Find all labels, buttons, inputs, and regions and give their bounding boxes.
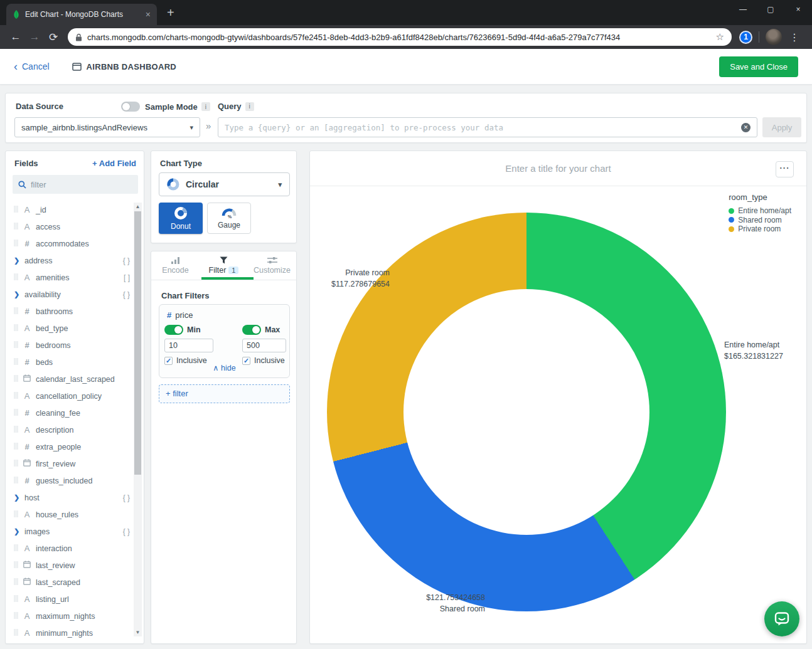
- password-extension-icon[interactable]: 1: [739, 31, 752, 44]
- drag-handle-icon[interactable]: [14, 477, 18, 485]
- field-item-minimum_nights[interactable]: Aminimum_nights: [6, 625, 134, 640]
- browser-tab[interactable]: Edit Chart - MongoDB Charts ×: [6, 4, 157, 25]
- field-item-extra_people[interactable]: #extra_people: [6, 438, 134, 455]
- field-item-maximum_nights[interactable]: Amaximum_nights: [6, 608, 134, 625]
- expand-chevron-icon[interactable]: ❯: [14, 256, 20, 265]
- drag-handle-icon[interactable]: [14, 561, 18, 570]
- field-item-beds[interactable]: #beds: [6, 354, 134, 371]
- field-item-images[interactable]: ❯images{ }: [6, 523, 134, 540]
- field-item-calendar_last_scraped[interactable]: calendar_last_scraped: [6, 371, 134, 388]
- drag-handle-icon[interactable]: [14, 595, 18, 604]
- chart-type-select[interactable]: Circular ▾: [159, 172, 290, 196]
- chart-variant-donut[interactable]: Donut: [159, 203, 203, 234]
- field-item-first_review[interactable]: first_review: [6, 455, 134, 472]
- tab-customize[interactable]: Customize: [248, 251, 296, 280]
- drag-handle-icon[interactable]: [14, 409, 18, 418]
- hide-filter-link[interactable]: ∧ hide: [159, 363, 289, 372]
- forward-icon[interactable]: →: [25, 31, 44, 43]
- scroll-up-icon[interactable]: ▲: [134, 204, 142, 209]
- chart-title-placeholder[interactable]: Enter a title for your chart: [310, 163, 806, 174]
- drag-handle-icon[interactable]: [14, 341, 18, 350]
- close-window-icon[interactable]: ×: [784, 0, 812, 19]
- drag-handle-icon[interactable]: [14, 206, 18, 214]
- min-value-input[interactable]: [164, 339, 213, 352]
- drag-handle-icon[interactable]: [14, 629, 18, 638]
- drag-handle-icon[interactable]: [14, 578, 18, 587]
- scroll-down-icon[interactable]: ▼: [134, 630, 142, 635]
- legend-dot: [729, 226, 734, 232]
- field-name: bed_type: [36, 324, 68, 333]
- cancel-button[interactable]: ‹ Cancel: [14, 61, 50, 71]
- drag-handle-icon[interactable]: [14, 612, 18, 621]
- drag-handle-icon[interactable]: [14, 426, 18, 435]
- drag-handle-icon[interactable]: [14, 240, 18, 248]
- field-item-access[interactable]: Aaccess: [6, 218, 134, 235]
- drag-handle-icon[interactable]: [14, 375, 18, 384]
- browser-menu-icon[interactable]: ⋮: [789, 31, 799, 43]
- drag-handle-icon[interactable]: [14, 324, 18, 333]
- drag-handle-icon[interactable]: [14, 307, 18, 316]
- field-item-cleaning_fee[interactable]: #cleaning_fee: [6, 404, 134, 421]
- field-item-bedrooms[interactable]: #bedrooms: [6, 337, 134, 354]
- field-item-host[interactable]: ❯host{ }: [6, 489, 134, 506]
- save-and-close-button[interactable]: Save and Close: [719, 56, 798, 77]
- field-item-address[interactable]: ❯address{ }: [6, 252, 134, 269]
- apply-button[interactable]: Apply: [762, 117, 801, 137]
- field-item-description[interactable]: Adescription: [6, 421, 134, 438]
- field-item-bathrooms[interactable]: #bathrooms: [6, 303, 134, 320]
- maximize-icon[interactable]: ▢: [757, 0, 784, 19]
- field-item-last_scraped[interactable]: last_scraped: [6, 574, 134, 591]
- address-bar[interactable]: charts.mongodb.com/charts-mongodb-gtywi/…: [68, 28, 732, 46]
- tab-close-icon[interactable]: ×: [146, 10, 151, 19]
- chart-menu-button[interactable]: ···: [776, 161, 794, 177]
- field-item-cancellation_policy[interactable]: Acancellation_policy: [6, 388, 134, 404]
- field-filter-input[interactable]: [31, 180, 112, 189]
- drag-handle-icon[interactable]: [14, 460, 18, 468]
- info-icon[interactable]: i: [245, 102, 254, 111]
- add-filter-button[interactable]: + filter: [159, 384, 290, 403]
- max-toggle[interactable]: [242, 325, 261, 335]
- reload-icon[interactable]: ⟳: [44, 31, 63, 44]
- field-item-bed_type[interactable]: Abed_type: [6, 320, 134, 337]
- data-source-select[interactable]: sample_airbnb.listingsAndReviews ▾: [14, 117, 200, 137]
- clear-query-icon[interactable]: ✕: [741, 123, 751, 132]
- add-field-button[interactable]: + Add Field: [92, 159, 136, 168]
- chat-launcher-button[interactable]: [764, 601, 799, 636]
- drag-handle-icon[interactable]: [14, 392, 18, 401]
- sample-mode-toggle[interactable]: [121, 102, 140, 112]
- drag-handle-icon[interactable]: [14, 544, 18, 553]
- info-icon[interactable]: i: [201, 102, 210, 111]
- bookmark-star-icon[interactable]: ☆: [716, 31, 724, 43]
- fields-scrollbar[interactable]: ▲ ▼: [134, 203, 142, 636]
- drag-handle-icon[interactable]: [14, 223, 18, 231]
- field-item-amenities[interactable]: Aamenities[ ]: [6, 269, 134, 286]
- field-item-guests_included[interactable]: #guests_included: [6, 472, 134, 489]
- field-item-listing_url[interactable]: Alisting_url: [6, 591, 134, 608]
- field-item-availability[interactable]: ❯availability{ }: [6, 286, 134, 303]
- chart-variant-gauge[interactable]: % Gauge: [207, 203, 251, 234]
- minimize-icon[interactable]: —: [729, 0, 757, 19]
- field-item-_id[interactable]: A_id: [6, 201, 134, 218]
- query-input[interactable]: [225, 123, 741, 132]
- new-tab-button[interactable]: +: [167, 6, 174, 20]
- field-item-accommodates[interactable]: #accommodates: [6, 235, 134, 252]
- tab-encode[interactable]: Encode: [151, 251, 200, 280]
- fields-panel: Fields + Add Field A_idAaccess#accommoda…: [5, 150, 144, 644]
- max-value-input[interactable]: [242, 339, 286, 352]
- drag-handle-icon[interactable]: [14, 273, 18, 282]
- field-item-last_review[interactable]: last_review: [6, 557, 134, 574]
- scrollbar-thumb[interactable]: [134, 211, 141, 475]
- min-toggle[interactable]: [164, 325, 183, 335]
- dashboard-breadcrumb[interactable]: AIRBNB DASHBOARD: [72, 62, 176, 71]
- expand-chevron-icon[interactable]: ❯: [14, 527, 20, 536]
- tab-filter[interactable]: Filter 1: [200, 251, 248, 280]
- back-icon[interactable]: ←: [6, 31, 25, 43]
- field-item-interaction[interactable]: Ainteraction: [6, 540, 134, 557]
- profile-avatar[interactable]: [766, 29, 782, 45]
- drag-handle-icon[interactable]: [14, 510, 18, 519]
- expand-chevron-icon[interactable]: ❯: [14, 290, 20, 298]
- drag-handle-icon[interactable]: [14, 358, 18, 367]
- field-item-house_rules[interactable]: Ahouse_rules: [6, 506, 134, 523]
- drag-handle-icon[interactable]: [14, 443, 18, 451]
- expand-chevron-icon[interactable]: ❯: [14, 493, 20, 502]
